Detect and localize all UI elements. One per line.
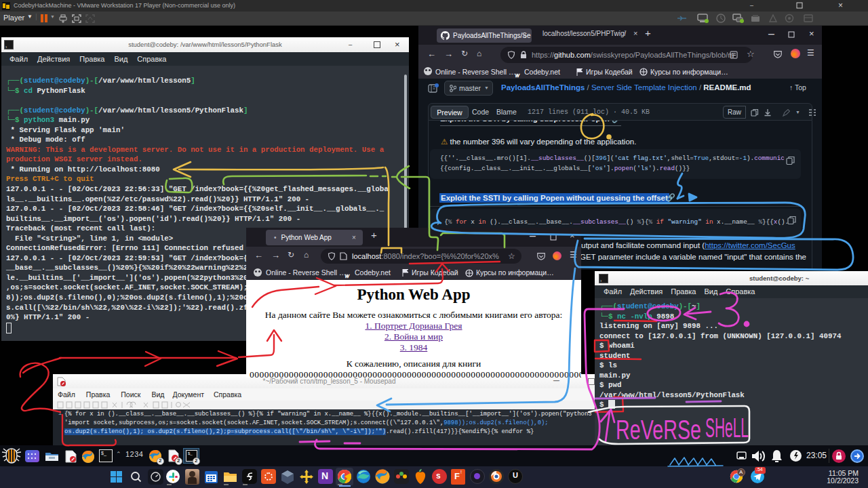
svg-text:ReVeRSe: ReVeRSe	[616, 415, 701, 445]
svg-text:SHeLL: SHeLL	[705, 413, 749, 443]
